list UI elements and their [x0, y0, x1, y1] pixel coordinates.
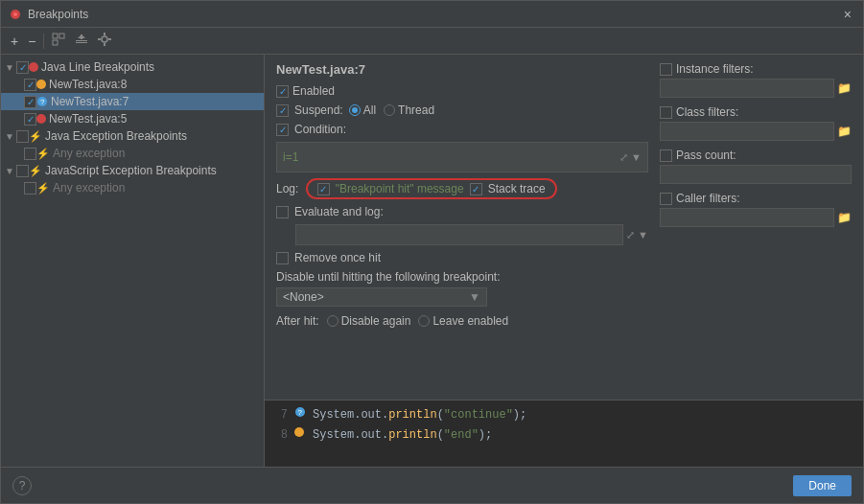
- breakpoint-title: NewTest.java:7: [276, 62, 648, 77]
- svg-rect-2: [53, 34, 58, 38]
- instance-filter-row: Instance filters: 📁: [660, 62, 852, 98]
- list-item[interactable]: ⚡ Any exception: [1, 145, 264, 162]
- question-dot-icon: ?: [36, 96, 48, 107]
- enabled-label[interactable]: Enabled: [276, 84, 335, 98]
- pass-checkbox[interactable]: [660, 149, 672, 162]
- class-input[interactable]: [660, 122, 834, 141]
- svg-rect-4: [53, 40, 58, 45]
- disable-again-label: Disable again: [341, 314, 411, 328]
- instance-checkbox[interactable]: [660, 63, 672, 76]
- list-item[interactable]: NewTest.java:5: [1, 110, 264, 127]
- suspend-thread-option[interactable]: Thread: [384, 103, 434, 117]
- enabled-checkbox[interactable]: [276, 85, 289, 98]
- done-button[interactable]: Done: [793, 475, 852, 496]
- folder-icon[interactable]: 📁: [837, 211, 852, 224]
- all-label: All: [363, 103, 376, 117]
- disable-label: Disable until hitting the following brea…: [276, 270, 648, 284]
- condition-checkbox[interactable]: [276, 124, 289, 136]
- item-label: Any exception: [53, 147, 125, 160]
- group-java-exception[interactable]: ▼ ⚡ Java Exception Breakpoints: [1, 127, 264, 145]
- caller-label: Caller filters:: [676, 192, 740, 205]
- leave-enabled-radio[interactable]: [418, 315, 430, 327]
- condition-value: i=1: [283, 150, 298, 164]
- condition-input-box[interactable]: i=1 ⤢ ▼: [276, 142, 648, 172]
- item-checkbox[interactable]: [24, 148, 36, 160]
- enabled-text: Enabled: [292, 84, 335, 98]
- instance-input[interactable]: [660, 79, 834, 98]
- item-checkbox[interactable]: [24, 79, 36, 91]
- close-button[interactable]: ×: [840, 7, 855, 22]
- lightning-icon: ⚡: [36, 148, 50, 160]
- eval-input[interactable]: [295, 224, 623, 245]
- all-radio[interactable]: [349, 104, 361, 116]
- suspend-all-option[interactable]: All: [349, 103, 376, 117]
- lightning-icon: ⚡: [36, 182, 50, 195]
- group-checkbox[interactable]: [16, 61, 29, 74]
- group-button[interactable]: [48, 31, 69, 51]
- svg-rect-10: [104, 33, 105, 35]
- lightning-icon: ⚡: [29, 130, 42, 143]
- instance-label: Instance filters:: [676, 62, 754, 76]
- log-msg-checkbox[interactable]: [317, 183, 330, 195]
- list-item[interactable]: ? NewTest.java:7: [1, 93, 264, 110]
- svg-rect-12: [98, 38, 101, 40]
- svg-rect-3: [59, 34, 64, 38]
- caller-checkbox[interactable]: [660, 193, 672, 205]
- group-checkbox[interactable]: [16, 165, 29, 177]
- toolbar: + −: [1, 28, 863, 55]
- list-item[interactable]: NewTest.java:8: [1, 76, 264, 93]
- eval-dropdown-icon[interactable]: ▼: [638, 229, 648, 241]
- line-number: 7: [272, 406, 288, 424]
- code-line-7: 7 ? System.out.println("continue");: [265, 404, 863, 425]
- pass-label-row: Pass count:: [660, 149, 852, 162]
- condition-icons: ⤢ ▼: [619, 151, 642, 164]
- stack-trace-checkbox[interactable]: [470, 183, 482, 195]
- condition-label: Condition:: [294, 123, 346, 136]
- disable-select[interactable]: <None> ▼: [276, 287, 487, 307]
- eval-expand-icon[interactable]: ⤢: [626, 229, 635, 241]
- settings-button[interactable]: [94, 31, 115, 51]
- code-text: System.out.println("end");: [313, 426, 492, 444]
- folder-icon[interactable]: 📁: [837, 125, 852, 138]
- dialog-title: Breakpoints: [28, 8, 88, 21]
- caller-input[interactable]: [660, 208, 834, 227]
- expand-icon[interactable]: ⤢: [619, 151, 628, 164]
- group-checkbox[interactable]: [16, 130, 29, 143]
- log-section: Log: "Breakpoint hit" message Stack trac…: [276, 178, 648, 199]
- item-checkbox[interactable]: [24, 113, 36, 126]
- export-button[interactable]: [71, 31, 92, 51]
- settings-icon: [98, 33, 111, 46]
- line-marker: ?: [293, 405, 307, 424]
- separator: [43, 34, 44, 49]
- class-checkbox[interactable]: [660, 106, 672, 119]
- item-label: NewTest.java:8: [49, 78, 127, 91]
- eval-checkbox[interactable]: [276, 206, 289, 218]
- leave-enabled-option[interactable]: Leave enabled: [418, 314, 508, 328]
- list-item[interactable]: ⚡ Any exception: [1, 179, 264, 196]
- log-message-text: "Breakpoint hit" message: [336, 182, 464, 195]
- remove-button[interactable]: −: [24, 32, 39, 51]
- disable-again-option[interactable]: Disable again: [327, 314, 411, 328]
- arrow-icon: ▼: [5, 62, 16, 73]
- folder-icon[interactable]: 📁: [837, 81, 852, 95]
- help-button[interactable]: ?: [12, 476, 32, 495]
- code-area: 7 ? System.out.println("continue"); 8: [265, 400, 863, 467]
- add-button[interactable]: +: [7, 32, 22, 51]
- group-js-exception[interactable]: ▼ ⚡ JavaScript Exception Breakpoints: [1, 162, 264, 179]
- enabled-row: Enabled: [276, 84, 648, 98]
- caller-filter-row: Caller filters: 📁: [660, 192, 852, 227]
- caller-input-row: 📁: [660, 208, 852, 227]
- after-hit-label: After hit:: [276, 314, 319, 328]
- item-checkbox[interactable]: [24, 96, 36, 108]
- pass-input-row: [660, 165, 852, 184]
- remove-checkbox[interactable]: [276, 252, 289, 264]
- thread-radio[interactable]: [384, 104, 395, 116]
- group-java-line[interactable]: ▼ Java Line Breakpoints: [1, 58, 264, 76]
- caller-label-row: Caller filters:: [660, 192, 852, 205]
- dropdown-icon[interactable]: ▼: [631, 151, 642, 164]
- pass-input[interactable]: [660, 165, 852, 184]
- item-checkbox[interactable]: [24, 182, 36, 195]
- svg-text:?: ?: [298, 408, 303, 417]
- suspend-checkbox[interactable]: [276, 104, 289, 117]
- disable-again-radio[interactable]: [327, 315, 339, 327]
